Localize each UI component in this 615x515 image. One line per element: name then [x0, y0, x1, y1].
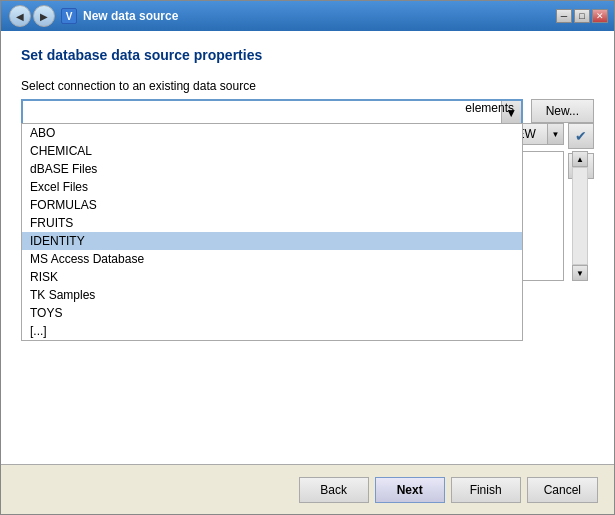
minimize-button[interactable]: ─	[556, 9, 572, 23]
title-bar: ◀ ▶ V New data source ─ □ ✕	[1, 1, 614, 31]
dropdown-item-identity[interactable]: IDENTITY	[22, 232, 522, 250]
dropdown-item-dbase[interactable]: dBASE Files	[22, 160, 522, 178]
dropdown-item-risk[interactable]: RISK	[22, 268, 522, 286]
close-button[interactable]: ✕	[592, 9, 608, 23]
dropdown-item-formulas[interactable]: FORMULAS	[22, 196, 522, 214]
footer: Back Next Finish Cancel	[1, 464, 614, 514]
back-button[interactable]: Back	[299, 477, 369, 503]
connection-dropdown-wrapper: ▼ ABO CHEMICAL dBASE Files Excel Files F…	[21, 99, 523, 127]
dropdown-item-tksamples[interactable]: TK Samples	[22, 286, 522, 304]
check-icon-button[interactable]: ✔	[568, 123, 594, 149]
dropdown-item-fruits[interactable]: FRUITS	[22, 214, 522, 232]
next-button[interactable]: Next	[375, 477, 445, 503]
page-title: Set database data source properties	[21, 47, 594, 63]
window-title: New data source	[83, 9, 550, 23]
connection-label: Select connection to an existing data so…	[21, 79, 594, 93]
window-body: Set database data source properties Sele…	[1, 31, 614, 464]
restore-button[interactable]: □	[574, 9, 590, 23]
elements-area: elements	[465, 101, 514, 115]
scroll-up-arrow[interactable]: ▲	[572, 151, 588, 167]
new-button[interactable]: New...	[531, 99, 594, 123]
connection-area: ▼ ABO CHEMICAL dBASE Files Excel Files F…	[21, 99, 594, 127]
back-nav-button[interactable]: ◀	[9, 5, 31, 27]
main-window: ◀ ▶ V New data source ─ □ ✕ Set database…	[0, 0, 615, 515]
dropdown-list: ABO CHEMICAL dBASE Files Excel Files FOR…	[21, 123, 523, 341]
list-scrollbar: ▲ ▼	[566, 151, 594, 281]
scroll-down-arrow[interactable]: ▼	[572, 265, 588, 281]
dropdown-item-msaccess[interactable]: MS Access Database	[22, 250, 522, 268]
title-icon: V	[61, 8, 77, 24]
dropdown-item-toys[interactable]: TOYS	[22, 304, 522, 322]
dropdown-item-excel[interactable]: Excel Files	[22, 178, 522, 196]
cancel-button[interactable]: Cancel	[527, 477, 598, 503]
finish-button[interactable]: Finish	[451, 477, 521, 503]
dropdown-item-chemical[interactable]: CHEMICAL	[22, 142, 522, 160]
dropdown-item-ellipsis[interactable]: [...]	[22, 322, 522, 340]
dropdown-item-abo[interactable]: ABO	[22, 124, 522, 142]
scrollbar-track[interactable]	[572, 167, 588, 265]
elements-label: elements	[465, 101, 514, 115]
title-nav-buttons: ◀ ▶	[9, 5, 55, 27]
dropdown-selected-value	[23, 101, 521, 125]
table-view-arrow[interactable]: ▼	[548, 123, 564, 145]
forward-nav-button[interactable]: ▶	[33, 5, 55, 27]
